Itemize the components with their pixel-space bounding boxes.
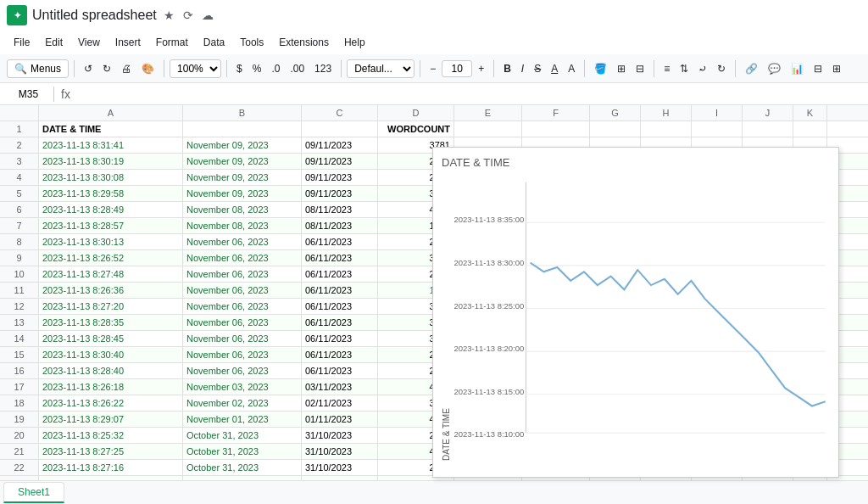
- number-format-button[interactable]: 123: [310, 60, 336, 77]
- print-button[interactable]: 🖨: [117, 60, 136, 77]
- cell-c14[interactable]: 06/11/2023: [302, 331, 378, 346]
- zoom-select[interactable]: 100%: [170, 59, 221, 78]
- menu-item-tools[interactable]: Tools: [233, 34, 270, 51]
- cell-c2[interactable]: 09/11/2023: [302, 137, 378, 153]
- cell-c15[interactable]: 06/11/2023: [302, 347, 378, 362]
- currency-button[interactable]: $: [232, 60, 247, 77]
- formula-input[interactable]: [77, 88, 865, 100]
- cell-empty[interactable]: [692, 121, 743, 137]
- cell-b20[interactable]: October 31, 2023: [183, 428, 302, 443]
- cell-a2[interactable]: 2023-11-13 8:31:41: [39, 137, 183, 153]
- cell-b5[interactable]: November 09, 2023: [183, 186, 302, 201]
- cell-a16[interactable]: 2023-11-13 8:28:40: [39, 363, 183, 378]
- col-header-g[interactable]: G: [590, 105, 641, 120]
- more-button[interactable]: ⊞: [828, 60, 845, 77]
- doc-title[interactable]: Untitled spreadsheet: [32, 8, 157, 23]
- cell-empty[interactable]: [590, 121, 641, 137]
- cell-empty[interactable]: [793, 121, 827, 137]
- cell-c11[interactable]: 06/11/2023: [302, 283, 378, 298]
- cell-empty[interactable]: [743, 121, 793, 137]
- cell-a18[interactable]: 2023-11-13 8:26:22: [39, 395, 183, 411]
- cell-a1[interactable]: DATE & TIME: [39, 121, 183, 137]
- menus-button[interactable]: 🔍 Menus: [7, 59, 69, 78]
- cell-a12[interactable]: 2023-11-13 8:27:20: [39, 299, 183, 314]
- cell-b9[interactable]: November 06, 2023: [183, 250, 302, 266]
- cell-c4[interactable]: 09/11/2023: [302, 170, 378, 185]
- cell-b22[interactable]: October 31, 2023: [183, 460, 302, 475]
- cell-b10[interactable]: November 06, 2023: [183, 266, 302, 282]
- col-header-d[interactable]: D: [378, 105, 454, 120]
- cell-a13[interactable]: 2023-11-13 8:28:35: [39, 315, 183, 330]
- cell-reference-input[interactable]: [3, 87, 54, 102]
- cell-a21[interactable]: 2023-11-13 8:27:25: [39, 444, 183, 459]
- col-header-i[interactable]: I: [692, 105, 743, 120]
- fill-color-button[interactable]: 🪣: [590, 60, 611, 77]
- cell-c10[interactable]: 06/11/2023: [302, 266, 378, 282]
- comment-button[interactable]: 💬: [764, 60, 785, 77]
- cell-c5[interactable]: 09/11/2023: [302, 186, 378, 201]
- star-icon[interactable]: ★: [164, 8, 175, 22]
- inc-decimals-button[interactable]: .00: [286, 60, 309, 77]
- cell-b1[interactable]: [183, 121, 302, 137]
- cell-a7[interactable]: 2023-11-13 8:28:57: [39, 218, 183, 233]
- menu-item-extensions[interactable]: Extensions: [272, 34, 336, 51]
- cell-c3[interactable]: 09/11/2023: [302, 154, 378, 169]
- percent-button[interactable]: %: [248, 60, 266, 77]
- cell-b13[interactable]: November 06, 2023: [183, 315, 302, 330]
- text-color-button[interactable]: A: [564, 60, 579, 77]
- cell-d1[interactable]: WORDCOUNT: [378, 121, 454, 137]
- merge-button[interactable]: ⊟: [632, 60, 648, 77]
- col-header-a[interactable]: A: [39, 105, 183, 120]
- cell-b19[interactable]: November 01, 2023: [183, 412, 302, 427]
- history-icon[interactable]: ⟳: [183, 8, 193, 22]
- cell-c17[interactable]: 03/11/2023: [302, 379, 378, 395]
- cell-b3[interactable]: November 09, 2023: [183, 154, 302, 169]
- cell-c22[interactable]: 31/10/2023: [302, 460, 378, 475]
- redo-button[interactable]: ↻: [98, 60, 115, 77]
- cell-c13[interactable]: 06/11/2023: [302, 315, 378, 330]
- font-family-select[interactable]: Defaul...: [347, 59, 415, 78]
- col-header-c[interactable]: C: [302, 105, 378, 120]
- cell-a8[interactable]: 2023-11-13 8:30:13: [39, 234, 183, 249]
- sheet-tab-sheet1[interactable]: Sheet1: [3, 482, 64, 503]
- valign-button[interactable]: ⇅: [676, 60, 693, 77]
- cell-a22[interactable]: 2023-11-13 8:27:16: [39, 460, 183, 475]
- menu-item-format[interactable]: Format: [149, 34, 195, 51]
- col-header-j[interactable]: J: [743, 105, 793, 120]
- cell-c9[interactable]: 06/11/2023: [302, 250, 378, 266]
- cell-b8[interactable]: November 06, 2023: [183, 234, 302, 249]
- cell-c8[interactable]: 06/11/2023: [302, 234, 378, 249]
- filter-button[interactable]: ⊟: [810, 60, 826, 77]
- cell-c6[interactable]: 08/11/2023: [302, 202, 378, 217]
- italic-button[interactable]: I: [517, 60, 528, 77]
- menu-item-view[interactable]: View: [71, 34, 107, 51]
- cell-a5[interactable]: 2023-11-13 8:29:58: [39, 186, 183, 201]
- cell-b11[interactable]: November 06, 2023: [183, 283, 302, 298]
- cell-a17[interactable]: 2023-11-13 8:26:18: [39, 379, 183, 395]
- underline-button[interactable]: A: [547, 60, 562, 77]
- cell-a10[interactable]: 2023-11-13 8:27:48: [39, 266, 183, 282]
- cell-a20[interactable]: 2023-11-13 8:25:32: [39, 428, 183, 443]
- menu-item-insert[interactable]: Insert: [108, 34, 147, 51]
- cell-b16[interactable]: November 06, 2023: [183, 363, 302, 378]
- cell-a3[interactable]: 2023-11-13 8:30:19: [39, 154, 183, 169]
- cell-a19[interactable]: 2023-11-13 8:29:07: [39, 412, 183, 427]
- font-size-plus-button[interactable]: +: [474, 60, 488, 77]
- link-button[interactable]: 🔗: [741, 60, 762, 77]
- cell-c7[interactable]: 08/11/2023: [302, 218, 378, 233]
- cell-a11[interactable]: 2023-11-13 8:26:36: [39, 283, 183, 298]
- cell-c20[interactable]: 31/10/2023: [302, 428, 378, 443]
- font-size-input[interactable]: [442, 60, 472, 77]
- rotate-button[interactable]: ↻: [713, 60, 730, 77]
- cell-a9[interactable]: 2023-11-13 8:26:52: [39, 250, 183, 266]
- cell-b12[interactable]: November 06, 2023: [183, 299, 302, 314]
- cell-b4[interactable]: November 09, 2023: [183, 170, 302, 185]
- cell-b2[interactable]: November 09, 2023: [183, 137, 302, 153]
- cell-c16[interactable]: 06/11/2023: [302, 363, 378, 378]
- wrap-button[interactable]: ⤾: [694, 60, 711, 77]
- cell-c19[interactable]: 01/11/2023: [302, 412, 378, 427]
- cell-b15[interactable]: November 06, 2023: [183, 347, 302, 362]
- cell-c21[interactable]: 31/10/2023: [302, 444, 378, 459]
- bold-button[interactable]: B: [499, 60, 515, 77]
- undo-button[interactable]: ↺: [80, 60, 97, 77]
